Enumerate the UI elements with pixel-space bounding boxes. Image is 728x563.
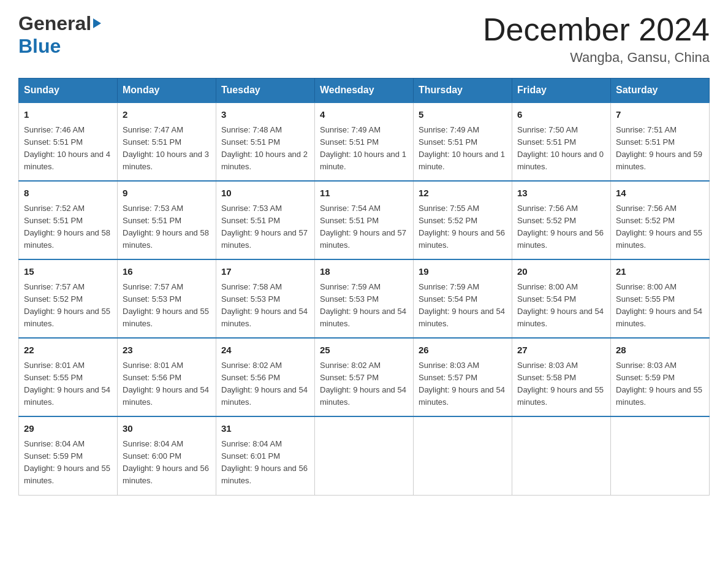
day-number: 15 <box>24 265 112 279</box>
calendar-cell: 23Sunrise: 8:01 AMSunset: 5:56 PMDayligh… <box>118 338 216 416</box>
calendar-cell: 25Sunrise: 8:02 AMSunset: 5:57 PMDayligh… <box>315 338 414 416</box>
day-number: 8 <box>24 186 112 201</box>
calendar-week-row: 15Sunrise: 7:57 AMSunset: 5:52 PMDayligh… <box>19 259 710 338</box>
calendar-cell: 13Sunrise: 7:56 AMSunset: 5:52 PMDayligh… <box>512 181 611 259</box>
day-info: Sunrise: 7:57 AMSunset: 5:53 PMDaylight:… <box>123 282 209 328</box>
day-info: Sunrise: 7:46 AMSunset: 5:51 PMDaylight:… <box>24 125 110 171</box>
day-number: 30 <box>123 422 211 436</box>
day-number: 7 <box>616 108 704 122</box>
calendar-cell: 17Sunrise: 7:58 AMSunset: 5:53 PMDayligh… <box>216 259 315 338</box>
day-info: Sunrise: 7:50 AMSunset: 5:51 PMDaylight:… <box>517 125 604 171</box>
day-info: Sunrise: 8:00 AMSunset: 5:55 PMDaylight:… <box>616 282 702 328</box>
day-info: Sunrise: 8:03 AMSunset: 5:59 PMDaylight:… <box>616 361 702 407</box>
calendar-cell: 20Sunrise: 8:00 AMSunset: 5:54 PMDayligh… <box>512 259 611 338</box>
calendar-cell: 5Sunrise: 7:49 AMSunset: 5:51 PMDaylight… <box>414 102 512 181</box>
calendar-cell: 22Sunrise: 8:01 AMSunset: 5:55 PMDayligh… <box>19 338 118 416</box>
day-info: Sunrise: 8:04 AMSunset: 6:01 PMDaylight:… <box>221 439 308 485</box>
calendar-week-row: 1Sunrise: 7:46 AMSunset: 5:51 PMDaylight… <box>19 102 710 181</box>
calendar-cell: 7Sunrise: 7:51 AMSunset: 5:51 PMDaylight… <box>611 102 710 181</box>
calendar-cell: 29Sunrise: 8:04 AMSunset: 5:59 PMDayligh… <box>19 416 118 495</box>
day-number: 22 <box>24 343 112 358</box>
calendar-cell: 16Sunrise: 7:57 AMSunset: 5:53 PMDayligh… <box>118 259 216 338</box>
day-info: Sunrise: 8:04 AMSunset: 6:00 PMDaylight:… <box>123 439 209 485</box>
calendar-cell: 18Sunrise: 7:59 AMSunset: 5:53 PMDayligh… <box>315 259 414 338</box>
day-number: 16 <box>123 265 211 279</box>
calendar-cell: 9Sunrise: 7:53 AMSunset: 5:51 PMDaylight… <box>118 181 216 259</box>
day-number: 2 <box>123 108 211 122</box>
calendar-cell <box>611 416 710 495</box>
day-number: 9 <box>123 186 211 201</box>
calendar-cell: 28Sunrise: 8:03 AMSunset: 5:59 PMDayligh… <box>611 338 710 416</box>
calendar-cell: 8Sunrise: 7:52 AMSunset: 5:51 PMDaylight… <box>19 181 118 259</box>
day-info: Sunrise: 7:56 AMSunset: 5:52 PMDaylight:… <box>616 204 702 250</box>
day-number: 3 <box>221 108 309 122</box>
col-wednesday: Wednesday <box>315 79 414 103</box>
calendar-cell: 2Sunrise: 7:47 AMSunset: 5:51 PMDaylight… <box>118 102 216 181</box>
calendar-cell: 19Sunrise: 7:59 AMSunset: 5:54 PMDayligh… <box>414 259 512 338</box>
day-info: Sunrise: 7:53 AMSunset: 5:51 PMDaylight:… <box>123 204 209 250</box>
day-number: 5 <box>419 108 507 122</box>
calendar-cell: 12Sunrise: 7:55 AMSunset: 5:52 PMDayligh… <box>414 181 512 259</box>
calendar-cell: 10Sunrise: 7:53 AMSunset: 5:51 PMDayligh… <box>216 181 315 259</box>
day-number: 21 <box>616 265 704 279</box>
day-number: 10 <box>221 186 309 201</box>
col-tuesday: Tuesday <box>216 79 315 103</box>
calendar-cell: 26Sunrise: 8:03 AMSunset: 5:57 PMDayligh… <box>414 338 512 416</box>
calendar-cell <box>512 416 611 495</box>
day-info: Sunrise: 7:54 AMSunset: 5:51 PMDaylight:… <box>320 204 406 250</box>
day-number: 14 <box>616 186 704 201</box>
col-monday: Monday <box>118 79 216 103</box>
day-number: 20 <box>517 265 605 279</box>
calendar-header-row: Sunday Monday Tuesday Wednesday Thursday… <box>19 79 710 103</box>
page-header: General Blue December 2024 Wangba, Gansu… <box>18 12 710 66</box>
calendar-cell: 24Sunrise: 8:02 AMSunset: 5:56 PMDayligh… <box>216 338 315 416</box>
day-number: 12 <box>419 186 507 201</box>
logo-blue-text: Blue <box>18 35 61 57</box>
day-info: Sunrise: 7:52 AMSunset: 5:51 PMDaylight:… <box>24 204 110 250</box>
day-info: Sunrise: 7:51 AMSunset: 5:51 PMDaylight:… <box>616 125 702 171</box>
day-info: Sunrise: 7:49 AMSunset: 5:51 PMDaylight:… <box>320 125 406 171</box>
calendar-cell <box>414 416 512 495</box>
calendar-cell: 15Sunrise: 7:57 AMSunset: 5:52 PMDayligh… <box>19 259 118 338</box>
day-info: Sunrise: 8:03 AMSunset: 5:57 PMDaylight:… <box>419 361 505 407</box>
calendar-week-row: 8Sunrise: 7:52 AMSunset: 5:51 PMDaylight… <box>19 181 710 259</box>
day-info: Sunrise: 8:00 AMSunset: 5:54 PMDaylight:… <box>517 282 604 328</box>
calendar-week-row: 29Sunrise: 8:04 AMSunset: 5:59 PMDayligh… <box>19 416 710 495</box>
col-saturday: Saturday <box>611 79 710 103</box>
calendar-cell: 31Sunrise: 8:04 AMSunset: 6:01 PMDayligh… <box>216 416 315 495</box>
day-info: Sunrise: 7:59 AMSunset: 5:54 PMDaylight:… <box>419 282 505 328</box>
day-info: Sunrise: 7:56 AMSunset: 5:52 PMDaylight:… <box>517 204 604 250</box>
day-number: 11 <box>320 186 408 201</box>
day-info: Sunrise: 7:47 AMSunset: 5:51 PMDaylight:… <box>123 125 209 171</box>
day-info: Sunrise: 8:02 AMSunset: 5:56 PMDaylight:… <box>221 361 308 407</box>
calendar-week-row: 22Sunrise: 8:01 AMSunset: 5:55 PMDayligh… <box>19 338 710 416</box>
day-number: 13 <box>517 186 605 201</box>
col-sunday: Sunday <box>19 79 118 103</box>
calendar-cell: 11Sunrise: 7:54 AMSunset: 5:51 PMDayligh… <box>315 181 414 259</box>
calendar-cell: 21Sunrise: 8:00 AMSunset: 5:55 PMDayligh… <box>611 259 710 338</box>
day-info: Sunrise: 7:49 AMSunset: 5:51 PMDaylight:… <box>419 125 505 171</box>
logo-general-text: General <box>18 12 91 35</box>
logo: General Blue <box>18 12 101 58</box>
day-number: 6 <box>517 108 605 122</box>
day-number: 31 <box>221 422 309 436</box>
calendar-cell: 14Sunrise: 7:56 AMSunset: 5:52 PMDayligh… <box>611 181 710 259</box>
calendar-subtitle: Wangba, Gansu, China <box>483 50 710 66</box>
day-info: Sunrise: 7:48 AMSunset: 5:51 PMDaylight:… <box>221 125 308 171</box>
day-info: Sunrise: 7:59 AMSunset: 5:53 PMDaylight:… <box>320 282 406 328</box>
col-friday: Friday <box>512 79 611 103</box>
day-number: 29 <box>24 422 112 436</box>
calendar-cell: 3Sunrise: 7:48 AMSunset: 5:51 PMDaylight… <box>216 102 315 181</box>
logo-triangle-icon <box>93 18 101 28</box>
day-number: 1 <box>24 108 112 122</box>
day-number: 24 <box>221 343 309 358</box>
calendar-title: December 2024 <box>483 12 710 47</box>
calendar-cell: 4Sunrise: 7:49 AMSunset: 5:51 PMDaylight… <box>315 102 414 181</box>
day-number: 25 <box>320 343 408 358</box>
day-number: 28 <box>616 343 704 358</box>
day-number: 23 <box>123 343 211 358</box>
day-info: Sunrise: 8:03 AMSunset: 5:58 PMDaylight:… <box>517 361 604 407</box>
title-area: December 2024 Wangba, Gansu, China <box>483 12 710 66</box>
calendar-cell: 30Sunrise: 8:04 AMSunset: 6:00 PMDayligh… <box>118 416 216 495</box>
calendar-cell: 6Sunrise: 7:50 AMSunset: 5:51 PMDaylight… <box>512 102 611 181</box>
